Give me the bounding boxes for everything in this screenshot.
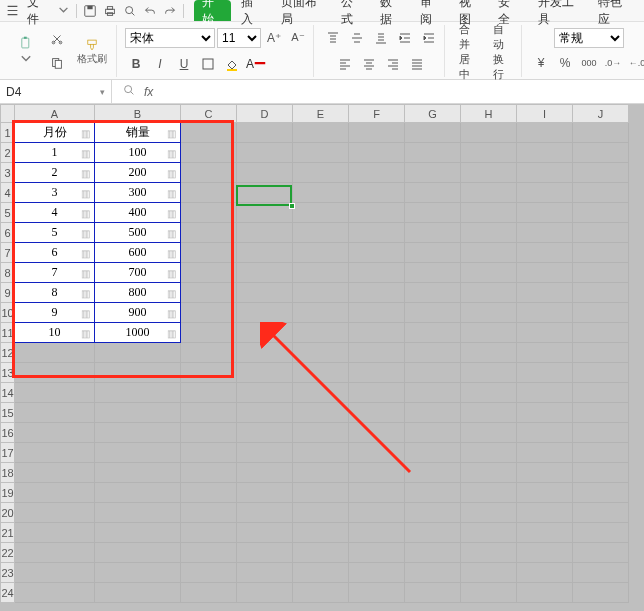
zoom-icon[interactable] <box>122 83 136 100</box>
cell[interactable] <box>349 363 405 383</box>
row-header[interactable]: 21 <box>1 523 15 543</box>
cell[interactable] <box>181 443 237 463</box>
cell[interactable] <box>461 223 517 243</box>
cell[interactable] <box>517 203 573 223</box>
cell[interactable] <box>517 483 573 503</box>
cell[interactable] <box>349 303 405 323</box>
file-dropdown-icon[interactable] <box>57 4 70 18</box>
cell[interactable] <box>405 383 461 403</box>
cell[interactable] <box>349 163 405 183</box>
merge-center-button[interactable]: 合并居中 <box>453 27 483 75</box>
cell[interactable] <box>349 503 405 523</box>
indent-increase-icon[interactable] <box>418 27 440 49</box>
font-name-select[interactable]: 宋体 <box>125 28 215 48</box>
cell[interactable] <box>237 583 293 603</box>
col-F[interactable]: F <box>349 105 405 123</box>
undo-icon[interactable] <box>143 4 157 18</box>
row-header[interactable]: 17 <box>1 443 15 463</box>
col-J[interactable]: J <box>573 105 629 123</box>
cell[interactable] <box>293 583 349 603</box>
tab-insert[interactable]: 插入 <box>233 0 270 21</box>
cell[interactable] <box>573 323 629 343</box>
cell[interactable] <box>181 403 237 423</box>
cell[interactable] <box>237 243 293 263</box>
cell[interactable] <box>517 403 573 423</box>
thousands-icon[interactable]: 000 <box>578 52 600 74</box>
cell[interactable] <box>517 143 573 163</box>
cell[interactable] <box>293 363 349 383</box>
cell[interactable] <box>405 423 461 443</box>
cell[interactable] <box>573 383 629 403</box>
cell[interactable] <box>181 123 237 143</box>
row-header[interactable]: 2 <box>1 143 15 163</box>
cell[interactable] <box>181 523 237 543</box>
cell[interactable] <box>405 223 461 243</box>
cell[interactable] <box>95 383 181 403</box>
cell[interactable] <box>573 503 629 523</box>
cell[interactable] <box>293 163 349 183</box>
cell[interactable]: 7▥ <box>15 263 95 283</box>
cell[interactable]: 800▥ <box>95 283 181 303</box>
cell[interactable] <box>293 283 349 303</box>
cell[interactable]: 10▥ <box>15 323 95 343</box>
cell[interactable] <box>237 223 293 243</box>
cell[interactable] <box>95 543 181 563</box>
cell[interactable] <box>461 543 517 563</box>
cell[interactable] <box>237 443 293 463</box>
cell[interactable] <box>181 303 237 323</box>
redo-icon[interactable] <box>163 4 177 18</box>
cell[interactable] <box>349 243 405 263</box>
cell[interactable] <box>573 403 629 423</box>
cell[interactable] <box>517 583 573 603</box>
cell[interactable] <box>15 463 95 483</box>
fill-color-button[interactable] <box>221 53 243 75</box>
cell[interactable] <box>573 543 629 563</box>
cell[interactable] <box>15 343 95 363</box>
cell[interactable] <box>15 483 95 503</box>
cell[interactable] <box>405 563 461 583</box>
cell[interactable] <box>573 563 629 583</box>
cell[interactable] <box>237 403 293 423</box>
cell[interactable] <box>293 483 349 503</box>
cell[interactable] <box>95 403 181 423</box>
cell[interactable] <box>349 283 405 303</box>
cell[interactable] <box>517 163 573 183</box>
col-H[interactable]: H <box>461 105 517 123</box>
cell[interactable] <box>237 123 293 143</box>
cell[interactable] <box>461 203 517 223</box>
sheet-grid[interactable]: A B C D E F G H I J 1月份▥销量▥21▥100▥32▥200… <box>0 104 644 611</box>
cell[interactable] <box>293 203 349 223</box>
cell[interactable] <box>237 423 293 443</box>
cell[interactable] <box>181 283 237 303</box>
increase-decimal-icon[interactable]: .0→ <box>602 52 624 74</box>
cell[interactable] <box>95 503 181 523</box>
cell[interactable] <box>181 183 237 203</box>
cell[interactable] <box>237 563 293 583</box>
tab-review[interactable]: 审阅 <box>412 0 449 21</box>
cell[interactable] <box>405 323 461 343</box>
formula-input[interactable] <box>163 85 644 99</box>
cell[interactable] <box>517 243 573 263</box>
cell[interactable] <box>293 263 349 283</box>
cell[interactable]: 销量▥ <box>95 123 181 143</box>
cell[interactable] <box>349 583 405 603</box>
name-box[interactable]: D4 ▾ <box>0 80 112 103</box>
cell[interactable] <box>517 363 573 383</box>
row-header[interactable]: 24 <box>1 583 15 603</box>
col-A[interactable]: A <box>15 105 95 123</box>
cell[interactable] <box>461 343 517 363</box>
cell[interactable] <box>405 283 461 303</box>
cell[interactable] <box>293 543 349 563</box>
cell[interactable] <box>573 343 629 363</box>
cell[interactable] <box>461 563 517 583</box>
cell[interactable]: 2▥ <box>15 163 95 183</box>
cell[interactable] <box>517 383 573 403</box>
cell[interactable] <box>349 323 405 343</box>
cell[interactable] <box>293 323 349 343</box>
paste-button[interactable] <box>10 27 42 75</box>
cell[interactable] <box>405 183 461 203</box>
cell[interactable] <box>517 323 573 343</box>
cell[interactable]: 9▥ <box>15 303 95 323</box>
cell[interactable] <box>237 383 293 403</box>
col-C[interactable]: C <box>181 105 237 123</box>
